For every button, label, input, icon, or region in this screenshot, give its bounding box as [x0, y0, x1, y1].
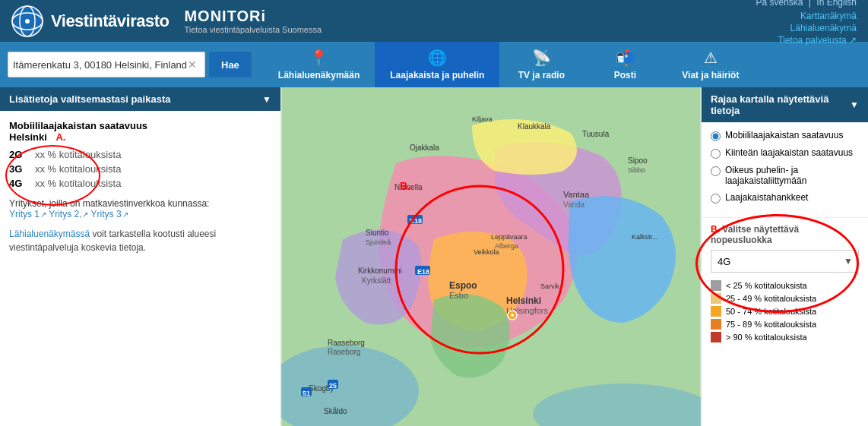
gen-2g-label: 2G: [9, 149, 30, 160]
left-panel-arrow-icon: ▼: [262, 94, 271, 105]
map-svg: Vantaa Vanda Espoo Esbo Helsinki Helsing…: [281, 87, 701, 426]
speed-section: B. Valitse näytettävä nopeusluokka 2G 3G…: [702, 217, 868, 351]
svg-text:Tuusula: Tuusula: [582, 130, 610, 138]
tab-lahialue-icon: 📍: [309, 49, 328, 67]
svg-text:Sipoo: Sipoo: [628, 156, 648, 165]
company-link-3[interactable]: Yritys 3: [91, 209, 128, 219]
list-item: 25 - 49 % kotitalouksista: [711, 293, 859, 304]
gen-2g-value: xx % kotitalouksista: [35, 149, 121, 160]
lang-svenska-link[interactable]: På svenska: [756, 0, 803, 8]
gen-4g-value: xx % kotitalouksista: [35, 178, 121, 189]
radio-hankkeet[interactable]: Laajakaistahankkeet: [711, 192, 859, 204]
mobile-section-title: Mobiililaajakaistan saatavuus Helsinki A…: [9, 120, 271, 143]
tab-tv-icon: 📡: [532, 49, 551, 67]
lähialuenäkymä-header-link[interactable]: Lähialuenäkymä: [790, 23, 857, 33]
tietoa-palvelusta-link[interactable]: Tietoa palvelusta ↗: [778, 35, 857, 46]
list-item: < 25 % kotitalouksista: [711, 280, 859, 291]
radio-kiintea-label: Kiinteän laajakaistan saatavuus: [725, 147, 853, 158]
svg-text:Helsinki: Helsinki: [506, 295, 541, 306]
legend-color-3: [711, 306, 721, 317]
company-link-1[interactable]: Yritys 1: [9, 209, 46, 219]
radio-mobiili[interactable]: Mobiililaajakaistan saatavuus: [711, 130, 859, 141]
svg-text:Vantaa: Vantaa: [563, 190, 590, 199]
tab-viat-label: Viat ja häiriöt: [682, 70, 739, 80]
svg-text:Sjundeå: Sjundeå: [366, 238, 391, 246]
svg-text:Kiljava: Kiljava: [472, 115, 493, 123]
svg-text:Esbo: Esbo: [449, 291, 468, 300]
company-link-2[interactable]: Yritys 2,: [49, 209, 88, 219]
svg-text:Vanda: Vanda: [563, 200, 585, 209]
list-item: 50 - 74 % kotitalouksista: [711, 306, 859, 317]
language-links: På svenska | In English: [756, 0, 857, 8]
radio-oikeus[interactable]: Oikeus puhelin- ja laajakaistaliittymään: [711, 165, 859, 186]
monitor-subtitle: Tietoa viestintäpalveluista Suomessa: [184, 25, 322, 34]
tab-lahialue-label: Lähialuenäkymään: [278, 70, 360, 80]
annotation-b-right-label: B.: [711, 224, 720, 235]
tab-viat-icon: ⚠: [704, 49, 718, 67]
radio-oikeus-input[interactable]: [711, 166, 721, 176]
svg-text:Kalkstr...: Kalkstr...: [632, 233, 658, 241]
svg-text:51: 51: [303, 390, 310, 397]
radio-hankkeet-input[interactable]: [711, 194, 721, 204]
legend-label-5: > 90 % kotitalouksista: [726, 333, 807, 342]
svg-text:Siuntio: Siuntio: [366, 229, 389, 237]
tab-laajakaista[interactable]: 🌐 Laajakaista ja puhelin: [375, 42, 499, 87]
left-panel-title: Lisätietoja valitsemastasi paikasta: [9, 93, 170, 105]
svg-text:25: 25: [329, 382, 337, 390]
table-row: 3G xx % kotitalouksista: [9, 163, 271, 175]
karttanäkymä-link[interactable]: Karttanäkymä: [800, 11, 857, 21]
lang-separator: |: [809, 0, 813, 8]
speed-select[interactable]: 2G 3G 4G: [711, 250, 859, 273]
svg-text:Sarvik: Sarvik: [540, 282, 560, 290]
speed-select-wrapper: 2G 3G 4G ▼: [711, 250, 859, 273]
svg-text:Skåldo: Skåldo: [324, 407, 347, 415]
right-panel: Rajaa kartalla näytettäviä tietoja ▼ Mob…: [701, 87, 868, 426]
speed-section-label: B. Valitse näytettävä nopeusluokka: [711, 224, 859, 245]
search-input[interactable]: [13, 59, 188, 71]
gen-4g-label: 4G: [9, 178, 30, 189]
svg-text:Raseborg: Raseborg: [328, 348, 360, 356]
tab-tv[interactable]: 📡 TV ja radio: [499, 42, 583, 87]
svg-text:Espoo: Espoo: [449, 280, 477, 291]
tab-viat[interactable]: ⚠ Viat ja häiriöt: [667, 42, 754, 87]
radio-kiintea[interactable]: Kiinteän laajakaistan saatavuus: [711, 147, 859, 159]
right-panel-header[interactable]: Rajaa kartalla näytettäviä tietoja ▼: [702, 87, 868, 122]
tab-posti-label: Posti: [614, 70, 636, 80]
legend-label-2: 25 - 49 % kotitalouksista: [726, 294, 816, 303]
info-text: Lähialuenäkymässä voit tarkastella kootu…: [9, 227, 271, 254]
lang-english-link[interactable]: In English: [816, 0, 857, 8]
radio-oikeus-label: Oikeus puhelin- ja laajakaistaliittymään: [725, 165, 859, 186]
main-content: Lisätietoja valitsemastasi paikasta ▼ Mo…: [0, 87, 868, 426]
left-panel-body: Mobiililaajakaistan saatavuus Helsinki A…: [0, 111, 280, 426]
list-item: > 90 % kotitalouksista: [711, 332, 859, 342]
legend-color-1: [711, 280, 721, 291]
svg-text:Ojakkala: Ojakkala: [410, 144, 439, 152]
tab-lahialue[interactable]: 📍 Lähialuenäkymään: [263, 42, 375, 87]
svg-text:Raaseborg: Raaseborg: [328, 339, 365, 347]
tab-laajakaista-icon: 🌐: [428, 49, 447, 67]
search-button[interactable]: Hae: [209, 52, 252, 77]
right-panel-title: Rajaa kartalla näytettäviä tietoja: [711, 93, 850, 116]
legend-label-1: < 25 % kotitalouksista: [726, 281, 807, 290]
radio-mobiili-input[interactable]: [711, 131, 721, 141]
tab-posti[interactable]: 📬 Posti: [583, 42, 667, 87]
search-clear-icon[interactable]: ✕: [188, 58, 197, 71]
tab-tv-label: TV ja radio: [518, 70, 565, 80]
tab-laajakaista-label: Laajakaista ja puhelin: [390, 70, 484, 80]
right-panel-arrow-icon: ▼: [850, 99, 859, 110]
radio-group: Mobiililaajakaistan saatavuus Kiinteän l…: [702, 122, 868, 217]
radio-kiintea-input[interactable]: [711, 149, 721, 159]
header: Viestintävirasto MONITORi Tietoa viestin…: [0, 0, 868, 42]
header-right: På svenska | In English Karttanäkymä Läh…: [756, 0, 857, 46]
svg-text:Klaukkala: Klaukkala: [518, 122, 551, 131]
radio-mobiili-label: Mobiililaajakaistan saatavuus: [725, 130, 843, 140]
left-panel-header[interactable]: Lisätietoja valitsemastasi paikasta ▼: [0, 87, 280, 111]
map-area: Vantaa Vanda Espoo Esbo Helsinki Helsing…: [281, 87, 701, 426]
legend-color-2: [711, 293, 721, 304]
svg-text:E18: E18: [417, 268, 429, 276]
table-row: 2G xx % kotitalouksista: [9, 149, 271, 160]
toolbar: ✕ Hae 📍 Lähialuenäkymään 🌐 Laajakaista j…: [0, 42, 868, 87]
svg-text:Leppävaara: Leppävaara: [491, 233, 527, 241]
header-nav-links: Karttanäkymä Lähialuenäkymä Tietoa palve…: [756, 11, 857, 46]
lahialue-info-link[interactable]: Lähialuenäkymässä: [9, 229, 90, 239]
